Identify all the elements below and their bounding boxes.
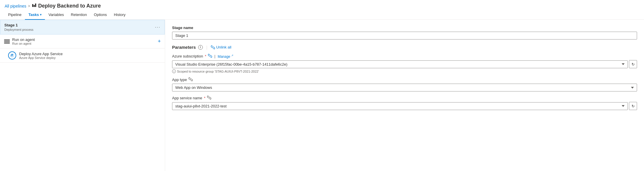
app-type-field: App type Web App on Windows Web App on L… — [172, 77, 637, 91]
azure-subscription-field: Azure subscription * | Manage ↗ Visual S… — [172, 54, 637, 73]
parameters-header: Parameters i | Unlink all — [172, 45, 637, 50]
stage-name-label: Stage name — [172, 26, 637, 30]
subscription-required-marker: * — [205, 54, 206, 58]
task-subtitle: Azure App Service deploy — [19, 56, 63, 60]
add-task-button[interactable]: + — [158, 38, 161, 44]
nav-tabs: Pipeline Tasks ▾ Variables Retention Opt… — [0, 10, 644, 20]
tab-options[interactable]: Options — [90, 10, 110, 20]
app-service-refresh-button[interactable]: ↻ — [629, 102, 637, 110]
tab-history[interactable]: History — [110, 10, 129, 20]
unlink-all-label: Unlink all — [216, 45, 231, 49]
tab-variables[interactable]: Variables — [45, 10, 67, 20]
app-service-required-marker: * — [204, 96, 205, 100]
scope-info-icon: i — [172, 69, 176, 73]
left-panel: Stage 1 Deployment process ··· Run on ag… — [0, 20, 165, 171]
svg-rect-0 — [32, 4, 33, 7]
app-service-name-label: App service name * — [172, 96, 637, 100]
svg-line-7 — [190, 79, 191, 80]
main-layout: Stage 1 Deployment process ··· Run on ag… — [0, 20, 644, 171]
app-service-name-field: App service name * stag-auiui-p8vt-2021-… — [172, 96, 637, 110]
svg-line-6 — [209, 55, 211, 56]
app-service-link-icon[interactable] — [207, 96, 211, 100]
app-service-name-select[interactable]: stag-auiui-p8vt-2021-2022-test — [172, 102, 628, 110]
agent-section: Run on agent Run on agent + — [0, 35, 165, 48]
app-type-link-icon[interactable] — [189, 77, 193, 82]
svg-line-5 — [212, 47, 214, 48]
task-item[interactable]: Deploy Azure App Service Azure App Servi… — [0, 48, 165, 63]
task-name: Deploy Azure App Service — [19, 52, 63, 56]
agent-subtitle: Run on agent — [12, 42, 35, 45]
unlink-icon — [211, 45, 215, 49]
agent-name: Run on agent — [12, 37, 35, 42]
app-type-select[interactable]: Web App on Windows Web App on Linux Web … — [172, 84, 637, 91]
azure-subscription-select[interactable]: Visual Studio Enterprise (26f15fac-00be-… — [172, 60, 628, 68]
stage-more-button[interactable]: ··· — [155, 25, 160, 30]
parameters-label: Parameters — [172, 45, 196, 50]
deploy-task-icon — [8, 51, 16, 60]
stage-name-input[interactable] — [172, 32, 637, 39]
subscription-refresh-button[interactable]: ↻ — [629, 60, 637, 68]
stage-name: Stage 1 — [4, 23, 33, 27]
subscription-link-icon[interactable] — [208, 54, 212, 59]
tasks-dropdown-arrow: ▾ — [40, 13, 41, 16]
svg-line-8 — [209, 97, 210, 98]
agent-icon — [4, 39, 10, 44]
unlink-all-button[interactable]: Unlink all — [211, 45, 231, 49]
section-divider: | — [206, 45, 207, 50]
pipeline-icon — [32, 3, 37, 9]
tab-retention[interactable]: Retention — [67, 10, 90, 20]
tab-pipeline[interactable]: Pipeline — [5, 10, 25, 20]
breadcrumb: All pipelines > Deploy Backend to Azure — [0, 0, 644, 10]
tab-tasks[interactable]: Tasks ▾ — [25, 10, 45, 20]
azure-subscription-label: Azure subscription * | Manage ↗ — [172, 54, 637, 59]
stage-name-field: Stage name — [172, 26, 637, 39]
svg-rect-2 — [35, 3, 36, 7]
stage-item[interactable]: Stage 1 Deployment process ··· — [0, 20, 165, 35]
svg-rect-1 — [34, 5, 35, 7]
app-type-label: App type — [172, 77, 637, 82]
manage-subscription-link[interactable]: Manage ↗ — [218, 54, 233, 59]
right-panel: Stage name Parameters i | Unlink all Az — [165, 20, 644, 171]
breadcrumb-separator: > — [28, 4, 30, 8]
parameters-info-icon[interactable]: i — [198, 45, 203, 50]
stage-subtitle: Deployment process — [4, 28, 33, 31]
all-pipelines-link[interactable]: All pipelines — [5, 4, 26, 8]
pipeline-name: Deploy Backend to Azure — [38, 3, 101, 9]
scope-note: i Scoped to resource group 'STAG-AUIUI-P… — [172, 69, 637, 73]
